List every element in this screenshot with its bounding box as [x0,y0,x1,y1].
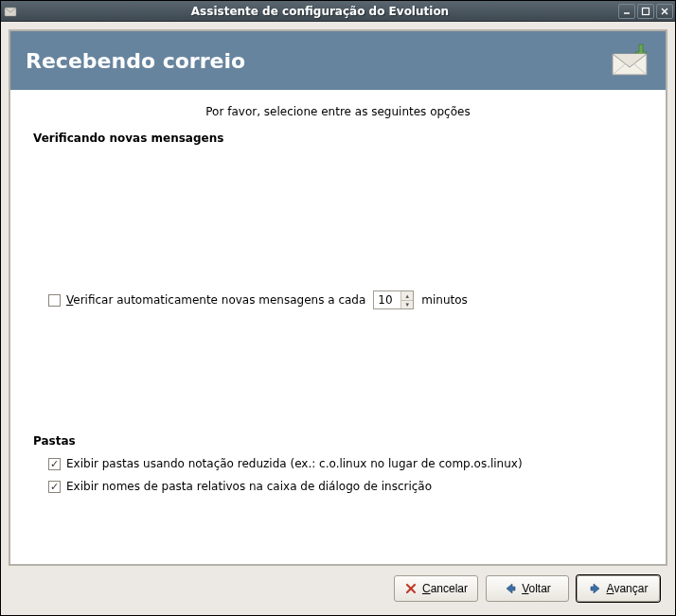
wizard-body: Por favor, selecione entre as seguintes … [10,90,666,564]
short-notation-label: Exibir pastas usando notação reduzida (e… [66,457,523,470]
maximize-button[interactable] [637,4,654,19]
interval-unit: minutos [421,293,468,307]
short-notation-row: Exibir pastas usando notação reduzida (e… [33,455,643,472]
back-button[interactable]: Voltar [486,575,569,602]
content-area: Recebendo correio Por favor, selecione e… [1,22,675,615]
spin-down-button[interactable]: ▼ [401,300,413,308]
window-title: Assistente de configuração do Evolution [22,5,618,18]
arrow-left-icon [504,582,517,595]
checking-section: Verificando novas mensagens Verificar au… [33,132,643,434]
window-controls [618,4,673,19]
wizard-header: Recebendo correio [10,31,666,90]
forward-button[interactable]: Avançar [577,575,660,602]
close-button[interactable] [656,4,673,19]
interval-spinbox[interactable]: ▲ ▼ [373,290,414,309]
short-notation-checkbox[interactable] [48,458,61,470]
auto-check-label: Verificar automaticamente novas mensagen… [66,293,365,307]
cancel-button[interactable]: Cancelar [394,575,478,602]
cancel-label: Cancelar [422,582,468,595]
folders-section: Pastas Exibir pastas usando notação redu… [33,434,643,495]
wizard-panel: Recebendo correio Por favor, selecione e… [9,29,667,566]
checking-header: Verificando novas mensagens [33,132,643,145]
interval-input[interactable] [374,291,400,308]
app-icon [3,4,18,19]
arrow-right-icon [589,582,602,595]
cancel-icon [404,582,418,595]
svg-rect-2 [643,8,649,14]
relative-names-label: Exibir nomes de pasta relativos na caixa… [66,480,432,493]
folders-header: Pastas [33,434,643,448]
spin-buttons: ▲ ▼ [400,291,413,308]
forward-label: Avançar [607,582,649,595]
instruction-text: Por favor, selecione entre as seguintes … [33,99,643,132]
auto-check-checkbox[interactable] [48,294,61,307]
back-label: Voltar [522,582,551,595]
wizard-window: Assistente de configuração do Evolution … [0,0,676,616]
minimize-button[interactable] [618,4,635,19]
spin-up-button[interactable]: ▲ [401,291,413,300]
titlebar[interactable]: Assistente de configuração do Evolution [1,1,675,22]
relative-names-row: Exibir nomes de pasta relativos na caixa… [33,478,643,495]
page-title: Recebendo correio [26,49,245,73]
auto-check-row: Verificar automaticamente novas mensagen… [33,289,643,311]
button-bar: Cancelar Voltar Avançar [9,566,667,607]
relative-names-checkbox[interactable] [48,481,61,493]
mail-receive-icon [609,43,650,79]
